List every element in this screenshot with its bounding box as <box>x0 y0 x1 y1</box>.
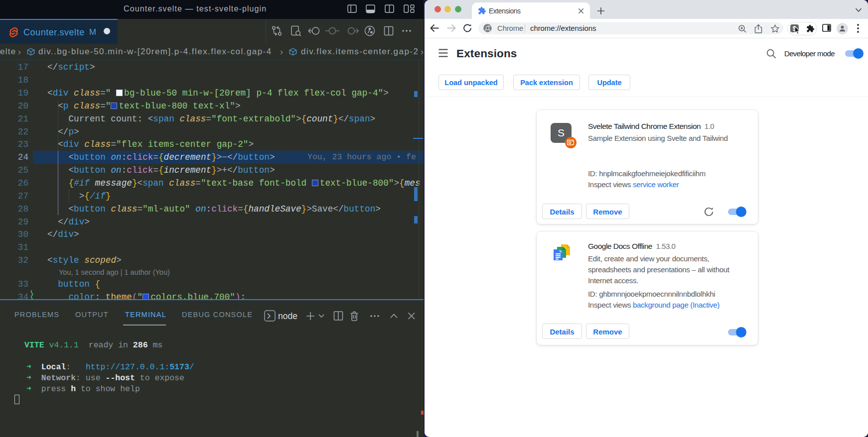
svg-text:node: node <box>278 311 297 321</box>
